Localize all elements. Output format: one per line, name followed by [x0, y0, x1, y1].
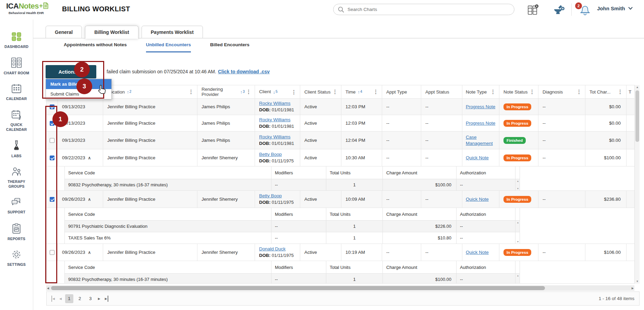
sidebar-label: REPORTS	[8, 236, 25, 241]
dashboard-icon	[11, 31, 22, 42]
scroll-up-icon[interactable]: ▲	[635, 86, 640, 89]
collapse-icon[interactable]: ∧	[88, 197, 91, 202]
appt-status-cell: --	[421, 149, 462, 166]
column-header-note-status[interactable]: Note Status ⋮	[499, 85, 538, 98]
horizontal-scrollbar[interactable]: ◀ ▶	[46, 285, 634, 291]
collapse-icon[interactable]: ∧	[88, 156, 91, 160]
first-page-button[interactable]: ◀	[51, 296, 56, 302]
scroll-down-icon[interactable]: ▼	[635, 280, 640, 283]
column-header-client[interactable]: Client ↓5 ⋮	[255, 85, 300, 98]
sidebar-item-therapy-groups[interactable]: THERAPY GROUPS	[1, 166, 32, 189]
scrollbar-thumb[interactable]	[635, 90, 639, 142]
vertical-scrollbar[interactable]: ▲ ▼	[634, 85, 640, 284]
sidebar-item-labs[interactable]: LABS	[1, 140, 32, 158]
client-link[interactable]: Rocky Williams	[259, 117, 291, 123]
column-menu-icon[interactable]: ⋮	[331, 89, 339, 95]
sidebar-item-settings[interactable]: SETTINGS	[1, 249, 32, 267]
sidebar-label: QUICK CALENDAR	[1, 122, 32, 132]
app-logo[interactable]: ICANotes+ Behavioral Health EHR	[6, 2, 49, 15]
new-chart-icon[interactable]	[527, 4, 539, 17]
mini-scrollbar[interactable]: ▲▼	[515, 179, 520, 190]
subtab-unbilled-encounters[interactable]: Unbilled Encounters	[146, 42, 191, 52]
note-type-link[interactable]: Quick Note	[466, 155, 489, 160]
appt-type-cell: --	[382, 115, 421, 131]
sort-desc-icon: ↓5	[273, 90, 278, 94]
logo-plus: +	[39, 2, 43, 9]
modifiers: --	[271, 221, 326, 232]
row-checkbox[interactable]	[50, 197, 54, 202]
collapse-icon[interactable]: ∧	[88, 250, 91, 255]
sidebar-item-reports[interactable]: REPORTS	[1, 223, 32, 241]
column-header-client-status[interactable]: Client Status ⋮	[300, 85, 341, 98]
client-link[interactable]: Rocky Williams	[259, 134, 291, 140]
column-header-tot-charge[interactable]: Tot Char... ⋮	[585, 85, 627, 98]
sidebar-item-support[interactable]: SUPPORT	[1, 197, 32, 214]
medications-icon[interactable]	[552, 4, 565, 17]
mini-scrollbar[interactable]: ▲	[515, 221, 520, 232]
sidebar-label: THERAPY GROUPS	[1, 179, 32, 189]
row-checkbox[interactable]	[50, 138, 54, 143]
sidebar-item-calendar[interactable]: CALENDAR	[1, 83, 32, 101]
mini-scrollbar[interactable]: ▼	[515, 232, 520, 244]
note-type-link[interactable]: Progress Note	[466, 104, 495, 109]
scroll-right-icon[interactable]: ▶	[632, 287, 634, 290]
search-input[interactable]	[348, 7, 510, 12]
client-link[interactable]: Rocky Williams	[259, 100, 291, 107]
notifications-bell[interactable]: 2	[579, 3, 592, 17]
column-menu-icon[interactable]: ⋮	[528, 89, 536, 95]
column-menu-icon[interactable]: ⋮	[290, 88, 298, 96]
column-menu-icon[interactable]: ⋮	[616, 89, 624, 95]
tab-general[interactable]: General	[46, 26, 82, 38]
annotation-step-badge-2: 2	[74, 62, 90, 77]
client-link[interactable]: Betty Boop	[259, 151, 282, 158]
client-link[interactable]: Betty Boop	[259, 193, 282, 199]
search-charts-box[interactable]	[333, 4, 514, 15]
page-button-1[interactable]: 1	[65, 294, 73, 303]
next-page-button[interactable]: ▶	[97, 296, 101, 302]
location-cell: Jennifer Billing Practice	[103, 149, 197, 166]
column-header-appt-status[interactable]: Appt Status	[421, 85, 462, 98]
download-csv-link[interactable]: Click to download .csv	[218, 69, 270, 74]
note-type-link[interactable]: Quick Note	[466, 197, 489, 202]
mini-scrollbar[interactable]: ▲	[515, 274, 520, 284]
column-header-rendering-provider[interactable]: Rendering Provider ↑3 ⋮	[197, 85, 255, 98]
tab-payments-worklist[interactable]: Payments Worklist	[142, 26, 203, 38]
page-button-2[interactable]: 2	[76, 294, 84, 303]
column-menu-icon[interactable]: ⋮	[187, 89, 195, 95]
tot-charge-cell: $236.80	[585, 191, 627, 208]
sidebar-item-dashboard[interactable]: DASHBOARD	[1, 31, 32, 49]
encounter-date: 09/22/2023∧	[58, 149, 103, 166]
column-header-note-type[interactable]: Note Type ⋮	[462, 85, 499, 98]
column-menu-icon[interactable]: ⋮	[245, 89, 253, 95]
client-link[interactable]: Donald Duck	[259, 246, 285, 252]
note-type-link[interactable]: Quick Note	[466, 250, 489, 255]
user-menu[interactable]: John Smith	[597, 5, 633, 11]
column-header-cut: T	[627, 85, 634, 98]
column-header-appt-type[interactable]: Appt Type	[382, 85, 421, 98]
tab-billing-worklist[interactable]: Billing Worklist	[85, 26, 138, 39]
row-checkbox[interactable]	[50, 104, 54, 109]
column-menu-icon[interactable]: ⋮	[372, 89, 380, 95]
row-checkbox[interactable]	[50, 250, 54, 255]
sidebar-item-quick-calendar[interactable]: QUICK CALENDAR	[1, 109, 32, 132]
time-cell: 12:04 PM	[341, 132, 382, 149]
subtab-appointments-without-notes[interactable]: Appointments without Notes	[64, 42, 127, 52]
scrollbar-thumb[interactable]	[51, 286, 545, 290]
last-page-button[interactable]: ▶	[104, 296, 108, 302]
note-type-link[interactable]: Case Management	[466, 134, 497, 146]
column-header-time[interactable]: Time ↑4 ⋮	[341, 85, 382, 98]
column-header-location[interactable]: Location ↑2 ⋮	[103, 85, 197, 98]
column-header-diagnosis[interactable]: Diagnosis ⋮	[538, 85, 585, 98]
subtab-billed-encounters[interactable]: Billed Encounters	[210, 42, 250, 52]
appt-type-cell: --	[382, 99, 421, 115]
scroll-left-icon[interactable]: ◀	[47, 287, 49, 290]
column-menu-icon[interactable]: ⋮	[489, 89, 497, 95]
sidebar-item-chart-room[interactable]: CHART ROOM	[1, 57, 32, 75]
page-button-3[interactable]: 3	[86, 294, 95, 303]
authorization: --	[457, 274, 515, 284]
row-checkbox[interactable]	[50, 156, 54, 160]
column-menu-icon[interactable]: ⋮	[575, 89, 583, 95]
pagination: ◀ ◀ 1 2 3 ▶ ▶	[51, 294, 108, 303]
note-type-link[interactable]: Progress Note	[466, 121, 495, 126]
prev-page-button[interactable]: ◀	[58, 296, 63, 302]
